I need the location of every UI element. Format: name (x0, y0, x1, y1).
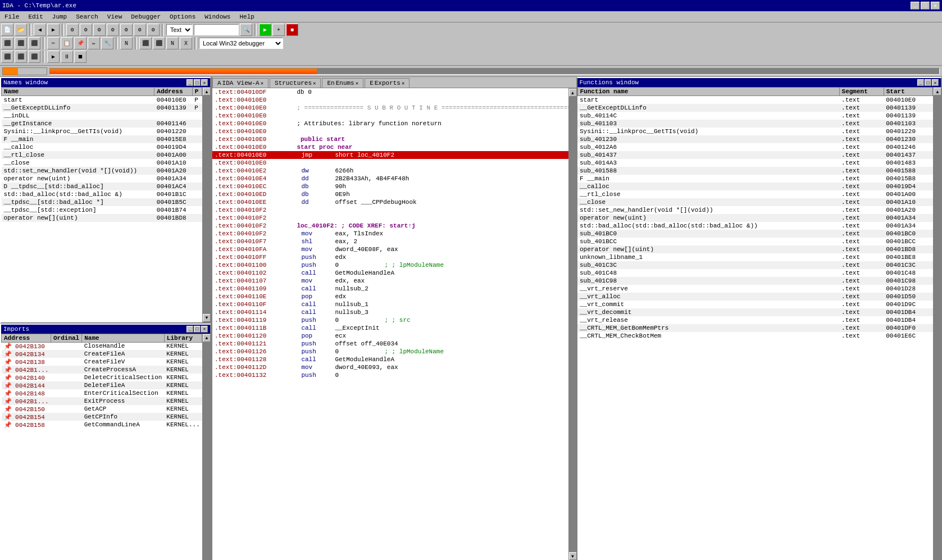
disasm-line[interactable]: .text:004010E0 public start (212, 135, 568, 143)
names-row[interactable]: __tpdsc__[std::exception] 00401B74 (2, 206, 202, 214)
disasm-line[interactable]: .text:0040110E pop edx (212, 293, 568, 301)
tb2-12[interactable]: N (166, 37, 179, 49)
names-row[interactable]: std::set_new_handler(void *[](void)) 004… (2, 167, 202, 175)
menu-view[interactable]: View (105, 13, 124, 21)
names-scroll-down[interactable]: ▼ (203, 314, 210, 322)
disasm-line[interactable]: .text:004010EC db 90h (212, 183, 568, 190)
tb2-4[interactable]: ✂ (47, 37, 60, 49)
disasm-line[interactable]: .text:004010F2 (212, 206, 568, 214)
disasm-line[interactable]: .text:004010F2 loc_4010F2: ; CODE XREF: … (212, 222, 568, 230)
disasm-line[interactable]: .text:004010E0 (212, 128, 568, 135)
tab-enums[interactable]: En Enums ✕ (322, 78, 363, 88)
imports-scroll-up[interactable]: ▲ (203, 334, 210, 342)
disasm-line[interactable]: .text:004010FF push edx (212, 253, 568, 261)
functions-row[interactable]: sub_4014A3 .text 00401483 (577, 159, 933, 167)
disasm-line[interactable]: .text:004010E2 dw 6266h (212, 167, 568, 175)
imports-scrollbar[interactable]: ▲ ▼ (202, 334, 210, 561)
menu-debugger[interactable]: Debugger (129, 13, 163, 21)
menu-file[interactable]: File (2, 13, 21, 21)
debugger-dropdown[interactable]: Local Win32 debugger (199, 38, 283, 49)
btn4[interactable]: ⚙ (80, 24, 92, 36)
disasm-line[interactable]: .text:00401102 call GetModuleHandleA (212, 269, 568, 277)
functions-row[interactable]: std::set_new_handler(void *[](void)) .te… (577, 206, 933, 214)
disasm-scrollbar[interactable]: ▲ ▼ (568, 88, 576, 560)
btn9[interactable]: ⚙ (147, 24, 160, 36)
functions-row[interactable]: sub_4012A6 .text 00401246 (577, 143, 933, 151)
tb2-5[interactable]: 📋 (61, 37, 73, 49)
disasm-line[interactable]: .text:00401119 push 0 ; ; src (212, 316, 568, 324)
disasm-line[interactable]: .text:004010F2 mov eax, TlsIndex (212, 230, 568, 238)
menu-edit[interactable]: Edit (26, 13, 45, 21)
names-minimize[interactable]: _ (186, 79, 193, 86)
imports-row[interactable]: 📌 0042B1... CreateProcessA KERNEL (2, 366, 202, 374)
btn6[interactable]: ⚙ (107, 24, 119, 36)
names-row[interactable]: __tpdsc__[std::bad_alloc *] 00401B5C (2, 198, 202, 206)
functions-row[interactable]: sub_401588 .text 00401588 (577, 167, 933, 175)
functions-row[interactable]: __vrt_alloc .text 00401D50 (577, 293, 933, 301)
disasm-line[interactable]: .text:00401132 push 0 (212, 371, 568, 379)
tab-exports[interactable]: E Exports ✕ (365, 78, 409, 88)
functions-row[interactable]: __vrt_commit .text 00401D9C (577, 301, 933, 308)
tab-exports-close[interactable]: ✕ (402, 80, 404, 86)
menu-jump[interactable]: Jump (50, 13, 69, 21)
functions-row[interactable]: operator new(uint) .text 00401A34 (577, 214, 933, 222)
disasm-line[interactable]: .text:004010DF db 0 (212, 88, 568, 96)
names-row[interactable]: start 004010E0 P (2, 96, 202, 104)
close-button[interactable]: ✕ (931, 2, 940, 10)
names-row[interactable]: D __tpdsc__[std::bad_alloc] 00401AC4 (2, 183, 202, 190)
tb2-2[interactable]: ⬛ (15, 37, 27, 49)
tb3-5[interactable]: ⏸ (61, 51, 73, 63)
tb2-6[interactable]: 📌 (74, 37, 87, 49)
names-row[interactable]: Sysini::__linkproc__GetTIs(void) 0040122… (2, 128, 202, 135)
menu-options[interactable]: Options (167, 13, 198, 21)
disasm-line[interactable]: .text:0040111B call __ExceptInit (212, 324, 568, 332)
disasm-line[interactable]: .text:004010E0 ; Attributes: library fun… (212, 120, 568, 128)
tb2-8[interactable]: 🔧 (101, 37, 113, 49)
functions-row[interactable]: unknown_libname_1 .text 00401BE8 (577, 253, 933, 261)
functions-row[interactable]: F __main .text 004015B8 (577, 175, 933, 183)
maximize-button[interactable]: □ (921, 2, 930, 10)
imports-row[interactable]: 📌 0042B130 CloseHandle KERNEL (2, 342, 202, 350)
btn8[interactable]: ⚙ (134, 24, 146, 36)
btn3[interactable]: ⚙ (66, 24, 79, 36)
functions-row[interactable]: __CRTL_MEM_CheckBotMem .text 00401E6C (577, 332, 933, 340)
names-close[interactable]: ✕ (201, 79, 208, 86)
disasm-line[interactable]: .text:00401100 push 0 ; ; lpModuleName (212, 261, 568, 269)
tab-ida-view-a[interactable]: A IDA View-A ✕ (212, 78, 269, 88)
disasm-line[interactable]: .text:00401126 push 0 ; ; lpModuleName (212, 348, 568, 356)
functions-row[interactable]: sub_401437 .text 00401437 (577, 151, 933, 159)
functions-close[interactable]: ✕ (932, 79, 939, 86)
names-row[interactable]: __inDLL (2, 112, 202, 120)
disasm-line[interactable]: .text:004010EE dd offset ___CPPdebugHook (212, 198, 568, 206)
tb3-3[interactable]: ⬛ (28, 51, 40, 63)
disasm-line[interactable]: .text:0040110F call nullsub_1 (212, 301, 568, 308)
functions-row[interactable]: operator new[](uint) .text 00401BD8 (577, 245, 933, 253)
tb3-4[interactable]: ▶ (47, 51, 60, 63)
disasm-line[interactable]: .text:00401121 push offset off_40E034 (212, 340, 568, 348)
tb3-2[interactable]: ⬛ (15, 51, 27, 63)
functions-scrollbar[interactable]: ▲ ▼ (933, 87, 941, 560)
imports-row[interactable]: 📌 0042B1... ExitProcess KERNEL (2, 397, 202, 405)
imports-row[interactable]: 📌 0042B134 CreateFileA KERNEL (2, 350, 202, 358)
play-btn[interactable]: ▶ (259, 24, 271, 36)
imports-minimize[interactable]: _ (186, 326, 193, 333)
disasm-line[interactable]: .text:00401114 call nullsub_3 (212, 308, 568, 316)
functions-row[interactable]: sub_401230 .text 00401230 (577, 135, 933, 143)
functions-row[interactable]: sub_401103 .text 00401103 (577, 120, 933, 128)
names-row[interactable]: operator new(uint) 00401A34 (2, 175, 202, 183)
tab-ida-view-a-close[interactable]: ✕ (261, 80, 263, 86)
step-btn[interactable]: + (272, 24, 285, 36)
tb2-10[interactable]: ⬛ (139, 37, 152, 49)
tb2-1[interactable]: ⬛ (1, 37, 13, 49)
names-scrollbar[interactable]: ▲ ▼ (202, 87, 210, 322)
names-row[interactable]: operator new[](uint) 00401BD8 (2, 214, 202, 222)
functions-row[interactable]: Sysini::__linkproc__GetTIs(void) .text 0… (577, 128, 933, 135)
names-row[interactable]: __getInstance 00401146 (2, 120, 202, 128)
imports-row[interactable]: 📌 0042B138 CreateFileV KERNEL (2, 358, 202, 366)
functions-row[interactable]: std::bad_alloc(std::bad_alloc(std::bad_a… (577, 222, 933, 230)
names-row[interactable]: __rtl_close 00401A00 (2, 151, 202, 159)
disasm-line[interactable]: .text:004010FA mov dword_40E08F, eax (212, 245, 568, 253)
disasm-line[interactable]: .text:004010E0 start proc near (212, 143, 568, 151)
imports-row[interactable]: 📌 0042B154 GetCPInfo KERNEL (2, 413, 202, 421)
tab-enums-close[interactable]: ✕ (356, 80, 358, 86)
